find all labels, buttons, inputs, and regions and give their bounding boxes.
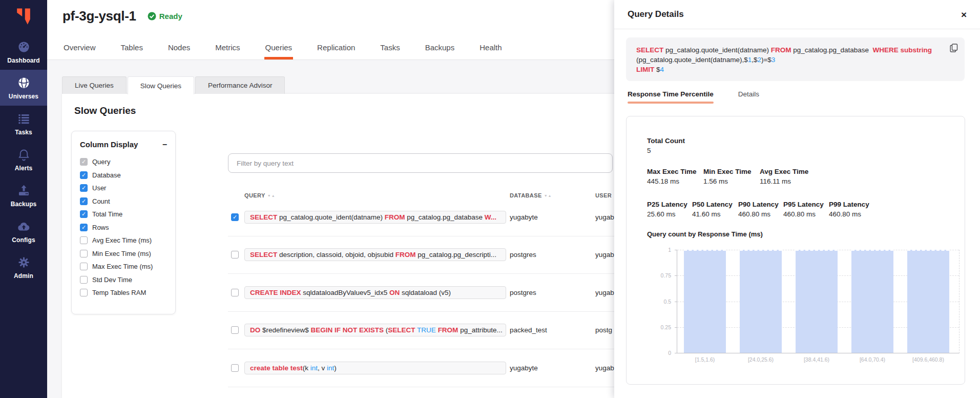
sidebar-item-dashboard[interactable]: Dashboard — [0, 34, 47, 70]
query-filter-input[interactable] — [228, 153, 613, 173]
tab-overview[interactable]: Overview — [62, 38, 97, 59]
query-text-chip[interactable]: DO $redefineview$ BEGIN IF NOT EXISTS (S… — [244, 324, 506, 336]
column-option-user[interactable]: ✓User — [80, 182, 167, 195]
database-cell: postgres — [510, 289, 595, 296]
tab-nodes[interactable]: Nodes — [167, 38, 191, 59]
checkbox[interactable]: ✓ — [80, 171, 88, 179]
column-header-database[interactable]: DATABASE▼▲ — [510, 192, 595, 198]
row-checkbox[interactable] — [231, 289, 239, 296]
stat-value: 460.80 ms — [829, 210, 869, 218]
sub-tab-slow-queries[interactable]: Slow Queries — [128, 76, 194, 94]
checkbox[interactable]: ✓ — [80, 158, 88, 166]
tab-metrics[interactable]: Metrics — [214, 38, 241, 59]
column-option-database[interactable]: ✓Database — [80, 169, 167, 182]
checkbox[interactable]: ✓ — [80, 184, 88, 192]
column-option-avg-exec-time-ms[interactable]: Avg Exec Time (ms) — [80, 234, 167, 247]
sidebar-item-label: Universes — [9, 93, 38, 100]
column-option-max-exec-time-ms[interactable]: Max Exec Time (ms) — [80, 260, 167, 273]
checkbox[interactable]: ✓ — [80, 210, 88, 218]
checkbox[interactable] — [80, 276, 88, 284]
bar — [907, 250, 949, 353]
column-option-min-exec-time-ms[interactable]: Min Exec Time (ms) — [80, 247, 167, 261]
stat-value: 460.80 ms — [738, 210, 783, 218]
stat-value: 41.60 ms — [692, 210, 738, 218]
yugabyte-logo[interactable] — [0, 0, 47, 34]
query-details-title: Query Details — [628, 9, 684, 19]
sort-carets-icon[interactable]: ▼▲ — [267, 194, 276, 197]
stat-label: Min Exec Time — [703, 168, 760, 175]
query-text-chip[interactable]: SELECT description, classoid, objoid, ob… — [244, 248, 506, 261]
column-option-rows[interactable]: ✓Rows — [80, 221, 167, 234]
checkbox[interactable] — [80, 236, 88, 244]
list-icon — [17, 112, 31, 126]
column-header-query[interactable]: QUERY▼▲ — [244, 192, 510, 198]
sql-preview: SELECT pg_catalog.quote_ident(datname) F… — [626, 37, 965, 81]
tab-health[interactable]: Health — [478, 38, 503, 59]
sql-line: (pg_catalog.quote_ident(datname),$1,$2)=… — [636, 55, 941, 65]
sidebar-item-configs[interactable]: Configs — [0, 213, 47, 249]
close-icon[interactable]: × — [961, 10, 967, 19]
query-text-chip[interactable]: CREATE INDEX sqldataloadByValuev5_idx5 O… — [244, 286, 506, 299]
yugabyte-logo-mark — [12, 5, 35, 29]
tab-backups[interactable]: Backups — [424, 38, 456, 59]
sidebar-item-admin[interactable]: Admin — [0, 249, 47, 285]
globe-icon — [17, 76, 31, 90]
sub-tab-live-queries[interactable]: Live Queries — [62, 76, 127, 94]
row-checkbox[interactable] — [231, 364, 239, 372]
status-label: Ready — [159, 12, 182, 21]
x-axis-label: [1.5,1.6) — [695, 356, 715, 363]
checkbox[interactable]: ✓ — [80, 224, 88, 231]
checkbox[interactable] — [80, 289, 88, 296]
sort-carets-icon[interactable]: ▼▲ — [544, 194, 552, 197]
column-option-temp-tables-ram[interactable]: Temp Tables RAM — [80, 286, 167, 300]
tab-queries[interactable]: Queries — [264, 38, 294, 59]
sidebar-item-backups[interactable]: Backups — [0, 177, 47, 213]
sidebar-item-tasks[interactable]: Tasks — [0, 106, 47, 142]
sidebar-nav: DashboardUniversesTasksAlertsBackupsConf… — [0, 34, 47, 285]
checkbox[interactable]: ✓ — [80, 197, 88, 205]
latency-stats: P25 Latency25.60 msP50 Latency41.60 msP9… — [647, 201, 944, 218]
minus-icon[interactable]: − — [162, 142, 167, 147]
sidebar-item-label: Dashboard — [7, 57, 40, 64]
sub-tab-performance-advisor[interactable]: Performance Advisor — [195, 76, 285, 94]
query-text-chip[interactable]: SELECT pg_catalog.quote_ident(datname) F… — [244, 211, 506, 224]
column-option-std-dev-time[interactable]: Std Dev Time — [80, 273, 167, 287]
sidebar-item-alerts[interactable]: Alerts — [0, 142, 47, 177]
section-title: Slow Queries — [74, 105, 136, 116]
database-cell: yugabyte — [510, 213, 595, 221]
row-checkbox[interactable]: ✓ — [231, 213, 239, 221]
tab-tasks[interactable]: Tasks — [379, 38, 401, 59]
checkbox[interactable] — [80, 250, 88, 257]
latency-stat: P50 Latency41.60 ms — [692, 201, 738, 218]
copy-icon[interactable] — [950, 44, 958, 54]
y-axis-label: 0 — [648, 350, 671, 356]
latency-stat: P90 Latency460.80 ms — [738, 201, 783, 218]
stat-value: 460.80 ms — [783, 210, 829, 218]
column-option-total-time[interactable]: ✓Total Time — [80, 208, 167, 221]
bar — [796, 250, 838, 353]
bar-group: [1.5,1.6) — [684, 250, 726, 353]
row-checkbox[interactable] — [231, 251, 239, 258]
column-option-query[interactable]: ✓Query — [80, 155, 167, 169]
column-option-count[interactable]: ✓Count — [80, 195, 167, 208]
sidebar-item-universes[interactable]: Universes — [0, 70, 47, 106]
tab-tables[interactable]: Tables — [120, 38, 144, 59]
tab-replication[interactable]: Replication — [316, 38, 356, 59]
sidebar: DashboardUniversesTasksAlertsBackupsConf… — [0, 0, 47, 398]
sidebar-item-label: Alerts — [15, 165, 33, 172]
details-tab-response-time-percentile[interactable]: Response Time Percentile — [628, 90, 714, 104]
bell-icon — [17, 148, 31, 162]
column-option-label: Query — [92, 158, 110, 166]
stat-label: P99 Latency — [829, 201, 869, 208]
latency-stat: P25 Latency25.60 ms — [647, 201, 692, 218]
sidebar-item-label: Configs — [12, 236, 35, 244]
stat-label: P90 Latency — [738, 201, 783, 208]
sidebar-item-label: Tasks — [15, 129, 32, 136]
bars-container: [1.5,1.6)[24.0,25.6)[38.4,41.6)[64.0,70.… — [677, 250, 959, 353]
details-tab-details[interactable]: Details — [738, 90, 759, 104]
checkbox[interactable] — [80, 263, 88, 270]
column-option-label: Max Exec Time (ms) — [92, 263, 153, 270]
y-axis-label: 0.25 — [648, 324, 671, 330]
query-text-chip[interactable]: create table test(k int, v int) — [244, 362, 506, 374]
row-checkbox[interactable] — [231, 326, 239, 334]
